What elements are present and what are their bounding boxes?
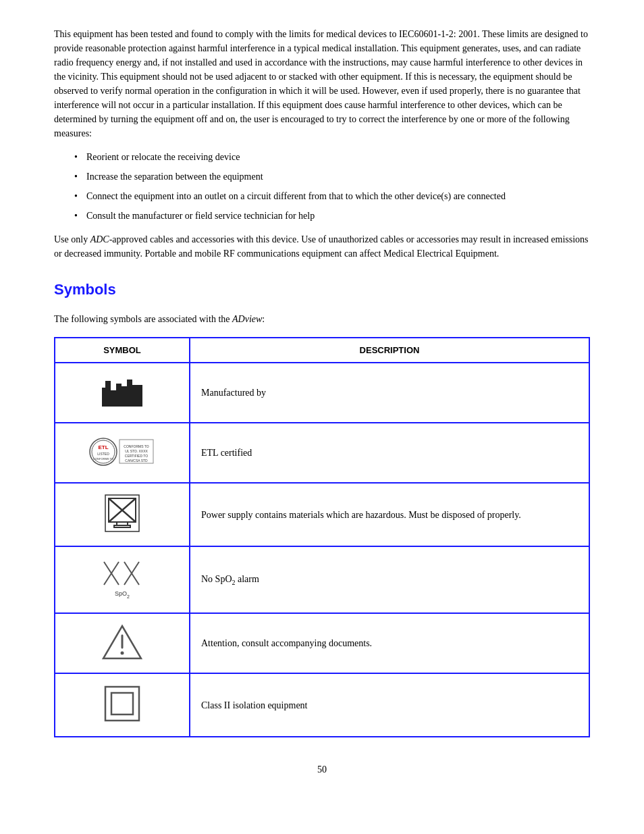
etl-certified-icon: ETL LISTED CONFORMS TO CONFORMS TO UL ST…: [88, 433, 156, 470]
attention-cell: [55, 613, 190, 673]
intro-symbols-text: The following symbols are associated wit…: [54, 312, 590, 326]
svg-marker-5: [111, 390, 122, 392]
secondary-paragraph: Use only ADC-approved cables and accesso…: [54, 232, 590, 261]
manufactured-by-icon: [99, 373, 146, 410]
svg-text:ETL: ETL: [98, 444, 108, 450]
no-spo2-alarm-icon: SpO2: [99, 556, 146, 600]
bullet-item-1: Reorient or relocate the receiving devic…: [74, 150, 590, 164]
etl-certified-cell: ETL LISTED CONFORMS TO CONFORMS TO UL ST…: [55, 423, 190, 483]
table-row: Manufactured by: [55, 363, 589, 423]
table-row: SpO2 No SpO2 alarm: [55, 546, 589, 613]
etl-certified-desc: ETL certified: [190, 423, 589, 483]
svg-rect-32: [105, 687, 139, 721]
hazardous-disposal-icon: [102, 493, 142, 533]
symbols-section-title: Symbols: [54, 281, 590, 298]
class2-isolation-icon: [102, 683, 142, 724]
attention-desc: Attention, consult accompanying document…: [190, 613, 589, 673]
symbols-table: SYMBOL DESCRIPTION: [54, 337, 590, 737]
symbol-column-header: SYMBOL: [55, 338, 190, 363]
bullet-item-2: Increase the separation between the equi…: [74, 170, 590, 184]
table-row: Class II isolation equipment: [55, 673, 589, 737]
svg-marker-7: [132, 385, 142, 392]
attention-icon: [102, 623, 142, 660]
svg-marker-6: [122, 386, 132, 392]
svg-text:CONFORMS TO: CONFORMS TO: [93, 457, 113, 461]
bullet-list: Reorient or relocate the receiving devic…: [74, 150, 590, 223]
description-column-header: DESCRIPTION: [190, 338, 589, 363]
class2-isolation-cell: [55, 673, 190, 737]
table-row: Attention, consult accompanying document…: [55, 613, 589, 673]
svg-text:CAN/CSA STD: CAN/CSA STD: [125, 459, 148, 463]
hazardous-disposal-cell: [55, 483, 190, 546]
table-row: ETL LISTED CONFORMS TO CONFORMS TO UL ST…: [55, 423, 589, 483]
bullet-item-4: Consult the manufacturer or field servic…: [74, 209, 590, 223]
intro-paragraph: This equipment has been tested and found…: [54, 27, 590, 140]
svg-rect-0: [102, 392, 142, 407]
manufactured-by-cell: [55, 363, 190, 423]
no-spo2-alarm-cell: SpO2: [55, 546, 190, 613]
svg-point-31: [121, 652, 124, 655]
no-spo2-alarm-desc: No SpO2 alarm: [190, 546, 589, 613]
class2-isolation-desc: Class II isolation equipment: [190, 673, 589, 737]
page-number: 50: [54, 764, 590, 775]
table-row: Power supply contains materials which ar…: [55, 483, 589, 546]
manufactured-by-desc: Manufactured by: [190, 363, 589, 423]
bullet-item-3: Connect the equipment into an outlet on …: [74, 189, 590, 203]
svg-rect-20: [114, 525, 130, 527]
svg-text:SpO2: SpO2: [115, 590, 130, 599]
hazardous-disposal-desc: Power supply contains materials which ar…: [190, 483, 589, 546]
svg-marker-4: [102, 388, 111, 392]
svg-text:CERTIFIED TO: CERTIFIED TO: [125, 454, 149, 458]
svg-rect-33: [111, 693, 133, 714]
svg-text:CONFORMS TO: CONFORMS TO: [124, 444, 149, 448]
svg-text:UL STD. XXXX: UL STD. XXXX: [125, 449, 148, 453]
svg-text:LISTED: LISTED: [97, 452, 109, 456]
